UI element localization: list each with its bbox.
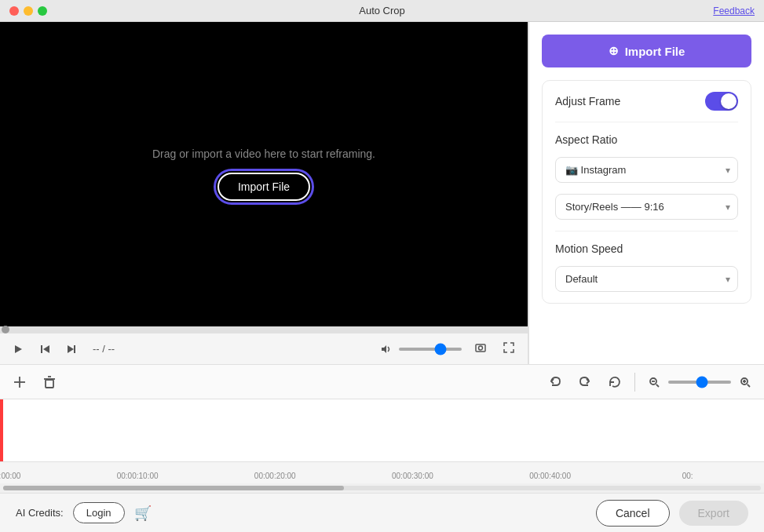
svg-line-14 [656, 384, 659, 386]
motion-speed-dropdown[interactable]: Default [555, 266, 738, 292]
bottom-bar: AI Credits: Login 🛒 Cancel Export [0, 493, 764, 532]
import-file-button[interactable]: ⊕ Import File [542, 35, 751, 67]
ratio-dropdown[interactable]: Story/Reels —— 9:16 [555, 194, 738, 220]
svg-line-17 [748, 384, 750, 386]
platform-dropdown-wrap: 📷 Instagram ▾ [555, 157, 738, 183]
zoom-out-button[interactable] [645, 374, 663, 390]
export-button: Export [679, 501, 748, 526]
maximize-button[interactable] [38, 6, 47, 16]
ruler-tick-5: 00: [682, 472, 693, 480]
video-viewport: Drag or import a video here to start ref… [0, 22, 528, 326]
adjust-frame-label: Adjust Frame [555, 95, 620, 107]
main-content: Drag or import a video here to start ref… [0, 22, 764, 364]
redo-button[interactable] [575, 373, 595, 391]
motion-speed-dropdown-wrap: Default ▾ [555, 266, 738, 292]
right-panel: ⊕ Import File Adjust Frame Aspect Ratio … [528, 22, 764, 364]
zoom-in-button[interactable] [736, 374, 755, 390]
adjust-frame-toggle[interactable] [705, 92, 738, 111]
drag-text: Drag or import a video here to start ref… [152, 148, 375, 160]
time-display: -- / -- [93, 343, 115, 355]
step-forward-button[interactable] [63, 342, 80, 356]
aspect-ratio-label: Aspect Ratio [555, 133, 738, 146]
platform-dropdown[interactable]: 📷 Instagram [555, 157, 738, 183]
cart-icon[interactable]: 🛒 [134, 505, 152, 522]
ruler-tick-4: 00:00:40:00 [529, 472, 571, 480]
zoom-control [645, 374, 755, 390]
svg-marker-5 [382, 345, 386, 353]
ai-credits-label: AI Credits: [16, 507, 64, 519]
aspect-ratio-section: Aspect Ratio [555, 133, 738, 146]
undo-button[interactable] [545, 373, 565, 391]
svg-marker-4 [68, 345, 74, 353]
import-file-label: Import File [625, 45, 685, 58]
timeline-scrollbar-wrap[interactable] [0, 483, 764, 493]
delete-tool-button[interactable] [39, 373, 60, 391]
ruler-tick-3: 00:00:30:00 [392, 472, 433, 480]
import-file-video-button[interactable]: Import File [218, 173, 310, 201]
ruler-tick-2: 00:00:20:00 [254, 472, 296, 480]
section-divider-1 [555, 122, 738, 122]
cancel-button[interactable]: Cancel [596, 500, 670, 527]
timeline-scrollbar-track [3, 486, 761, 490]
toggle-thumb [721, 93, 737, 109]
ruler-tick-1: 00:00:10:00 [117, 472, 159, 480]
ruler-tick-0: 00:00:00:00 [0, 472, 20, 480]
toolbar-row [0, 364, 764, 399]
close-button[interactable] [9, 6, 19, 16]
screenshot-button[interactable] [471, 340, 490, 359]
svg-rect-3 [74, 345, 75, 353]
toolbar-divider [634, 373, 635, 392]
section-divider-2 [555, 231, 738, 231]
timeline-ruler: 00:00:00:00 00:00:10:00 00:00:20:00 00:0… [0, 461, 764, 483]
scrubber-handle[interactable] [2, 326, 9, 333]
fullscreen-button[interactable] [499, 340, 518, 359]
import-plus-icon: ⊕ [609, 44, 619, 58]
timeline-track [0, 399, 764, 461]
video-panel: Drag or import a video here to start ref… [0, 22, 528, 364]
app-title: Auto Crop [359, 5, 405, 16]
volume-slider[interactable] [399, 348, 462, 351]
feedback-link[interactable]: Feedback [713, 5, 755, 16]
svg-rect-1 [41, 345, 42, 353]
svg-rect-10 [46, 380, 53, 388]
timeline-area: 00:00:00:00 00:00:10:00 00:00:20:00 00:0… [0, 399, 764, 493]
login-button[interactable]: Login [73, 502, 125, 523]
timeline-scrollbar-thumb[interactable] [3, 486, 344, 490]
scrubber-bar[interactable] [0, 326, 528, 333]
zoom-slider[interactable] [668, 381, 731, 384]
volume-control [377, 342, 462, 356]
add-tool-button[interactable] [9, 373, 30, 391]
motion-speed-section: Motion Speed [555, 242, 738, 255]
ratio-dropdown-wrap: Story/Reels —— 9:16 ▾ [555, 194, 738, 220]
minimize-button[interactable] [24, 6, 33, 16]
play-button[interactable] [9, 342, 27, 356]
timeline-playhead[interactable] [0, 399, 3, 461]
svg-point-7 [479, 346, 483, 350]
playback-controls: -- / -- [0, 333, 528, 364]
svg-marker-2 [43, 345, 49, 353]
settings-section: Adjust Frame Aspect Ratio 📷 Instagram ▾ [542, 80, 751, 304]
refresh-button[interactable] [605, 373, 625, 391]
traffic-lights [9, 6, 47, 16]
title-bar: Auto Crop Feedback [0, 0, 764, 22]
volume-icon[interactable] [377, 342, 394, 356]
svg-marker-0 [15, 345, 22, 353]
motion-speed-label: Motion Speed [555, 242, 738, 255]
adjust-frame-row: Adjust Frame [555, 92, 738, 111]
bottom-actions: Cancel Export [596, 500, 748, 527]
step-back-button[interactable] [36, 342, 53, 356]
